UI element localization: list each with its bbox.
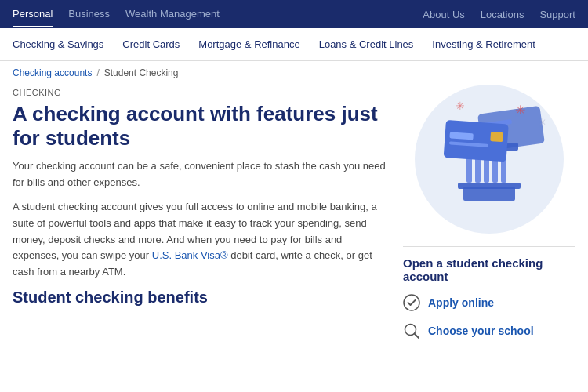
circle-check-icon [403,294,420,311]
breadcrumb-separator: / [96,67,99,78]
section-heading: Student checking benefits [13,289,387,307]
top-nav: Personal Business Wealth Management Abou… [0,0,588,28]
page-tag: CHECKING [13,88,387,97]
svg-text:✳: ✳ [539,117,546,128]
top-nav-locations[interactable]: Locations [481,9,524,20]
nav-mortgage[interactable]: Mortgage & Refinance [198,29,299,60]
right-column: ✳ ✳ ✳ Open a student checking account Ap… [403,85,575,350]
secondary-nav: Checking & Savings Credit Cards Mortgage… [0,28,588,61]
hero-illustration: ✳ ✳ ✳ [415,85,564,234]
description-1: Your checking account can be a safe, con… [13,158,387,191]
top-nav-wealth[interactable]: Wealth Management [125,2,220,27]
svg-rect-1 [458,183,521,189]
breadcrumb-parent[interactable]: Checking accounts [13,67,92,78]
nav-investing[interactable]: Investing & Retirement [432,29,535,60]
choose-school-label: Choose your school [428,325,534,337]
top-nav-support[interactable]: Support [539,9,575,20]
svg-point-17 [404,295,419,310]
main-content: CHECKING A checking account with feature… [0,85,588,350]
cta-title: Open a student checking account [403,256,575,283]
breadcrumb: Checking accounts / Student Checking [0,61,588,85]
cta-panel: Open a student checking account Apply on… [403,246,575,339]
top-nav-left: Personal Business Wealth Management [13,2,423,27]
left-column: CHECKING A checking account with feature… [13,85,387,350]
top-nav-personal[interactable]: Personal [13,2,53,27]
top-nav-business[interactable]: Business [68,2,110,27]
svg-line-19 [415,334,419,339]
description-2: A student checking account gives you ful… [13,199,387,281]
svg-text:✳: ✳ [456,100,465,112]
visa-link[interactable]: U.S. Bank Visa® [152,249,228,261]
breadcrumb-current: Student Checking [104,67,179,78]
illustration-svg: ✳ ✳ ✳ [423,93,556,226]
hero-heading-line1: A checking account with features just [13,102,378,125]
svg-text:✳: ✳ [515,103,525,117]
top-nav-right: About Us Locations Support [423,9,575,20]
apply-online-label: Apply online [428,296,494,309]
top-nav-about[interactable]: About Us [423,9,464,20]
choose-school-item[interactable]: Choose your school [403,322,575,339]
nav-loans[interactable]: Loans & Credit Lines [319,29,414,60]
hero-heading: A checking account with features just fo… [13,102,387,151]
svg-rect-13 [490,132,503,142]
search-icon [403,322,420,339]
nav-checking-savings[interactable]: Checking & Savings [13,29,103,60]
nav-credit-cards[interactable]: Credit Cards [122,29,180,60]
hero-heading-line2: for students [13,126,130,150]
apply-online-item[interactable]: Apply online [403,294,575,311]
